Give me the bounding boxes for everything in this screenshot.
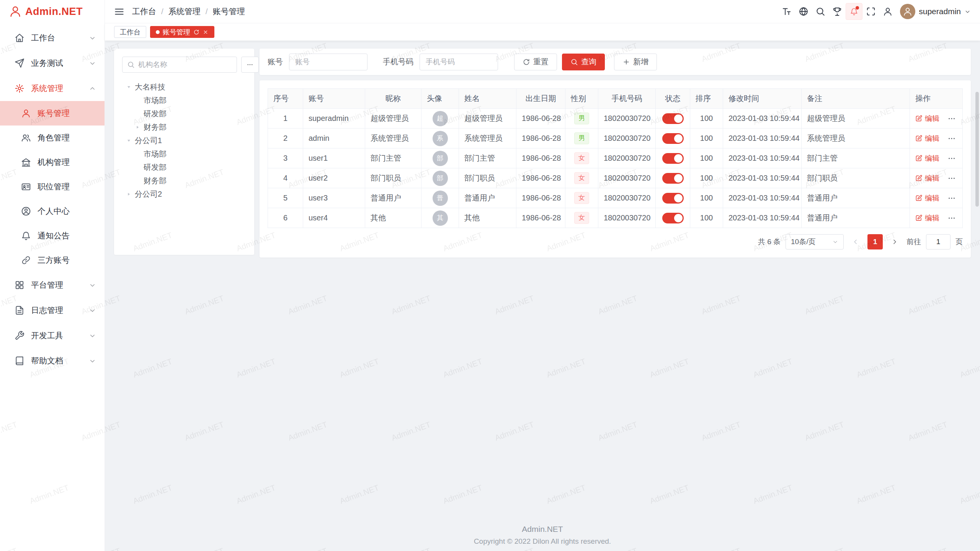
sidebar-item-position-management[interactable]: 职位管理 (0, 174, 105, 199)
refresh-icon[interactable] (193, 29, 199, 35)
language-button[interactable] (795, 3, 812, 20)
sidebar-item-third-party-account[interactable]: 三方账号 (0, 248, 105, 272)
edit-button[interactable]: 编辑 (915, 193, 939, 203)
tree-node[interactable]: 财务部 (122, 174, 246, 187)
sidebar-item-log-management[interactable]: 日志管理 (0, 298, 105, 323)
tree-node[interactable]: 分公司2 (122, 187, 246, 201)
cell-actions: 编辑 (910, 188, 963, 208)
close-icon[interactable] (203, 29, 209, 35)
tree-node[interactable]: 大名科技 (122, 80, 246, 94)
edit-button[interactable]: 编辑 (915, 173, 939, 183)
row-more-button[interactable] (947, 114, 956, 123)
plus-icon (622, 58, 630, 66)
menu-item-label: 个人中心 (38, 206, 89, 217)
sidebar-item-business-test[interactable]: 业务测试 (0, 51, 105, 76)
row-more-button[interactable] (947, 214, 956, 222)
fullscreen-button[interactable] (862, 3, 879, 20)
sidebar-item-role-management[interactable]: 角色管理 (0, 126, 105, 150)
sidebar-item-help-docs[interactable]: 帮助文档 (0, 348, 105, 373)
menu-item-icon (21, 133, 31, 143)
status-toggle[interactable] (662, 193, 684, 204)
page-size-select[interactable]: 10条/页 (786, 234, 844, 249)
chevron-icon (89, 357, 96, 365)
cell-remark: 普通用户 (802, 208, 910, 228)
sidebar-item-dev-tools[interactable]: 开发工具 (0, 323, 105, 348)
edit-button-label: 编辑 (925, 193, 939, 203)
cell-status (656, 208, 690, 228)
caret-icon[interactable] (124, 189, 134, 199)
font-size-button[interactable] (778, 3, 795, 20)
cell-avatar: 部 (421, 148, 459, 168)
prev-page-button[interactable] (849, 235, 862, 249)
caret-icon[interactable] (124, 82, 134, 92)
cell-actions: 编辑 (910, 168, 963, 188)
search-button[interactable] (812, 3, 829, 20)
caret-icon[interactable] (132, 122, 143, 132)
sidebar-item-system-management[interactable]: 系统管理 (0, 76, 105, 101)
hamburger-menu-icon[interactable] (114, 7, 124, 17)
next-page-button[interactable] (888, 235, 902, 249)
sidebar-item-notice[interactable]: 通知公告 (0, 223, 105, 248)
logo[interactable]: Admin.NET (0, 0, 105, 23)
account-input[interactable] (289, 54, 368, 70)
phone-input[interactable] (420, 54, 498, 70)
status-toggle[interactable] (662, 153, 684, 164)
user-button[interactable] (879, 3, 896, 20)
caret-icon[interactable] (124, 135, 134, 146)
cell-name: 部门职员 (459, 168, 516, 188)
tree-node[interactable]: 财务部 (122, 121, 246, 134)
page-number-button[interactable]: 1 (867, 234, 883, 249)
user-menu[interactable]: superadmin (900, 4, 971, 19)
goto-page-input[interactable] (926, 234, 951, 249)
cell-account: user1 (303, 148, 365, 168)
cell-sort: 100 (690, 109, 723, 129)
sidebar-item-org-management[interactable]: 机构管理 (0, 150, 105, 174)
right-column: 账号 手机号码 重置 查询 (260, 49, 971, 258)
reset-button[interactable]: 重置 (514, 54, 557, 70)
status-toggle[interactable] (662, 173, 684, 184)
sidebar-item-personal-center[interactable]: 个人中心 (0, 199, 105, 223)
scrollbar-thumb[interactable] (975, 92, 979, 207)
tree-node[interactable]: 研发部 (122, 161, 246, 174)
sidebar-item-platform-management[interactable]: 平台管理 (0, 272, 105, 298)
edit-button[interactable]: 编辑 (915, 213, 939, 223)
notification-button[interactable] (846, 3, 862, 20)
sidebar-item-workbench[interactable]: 工作台 (0, 25, 105, 51)
column-header: 序号 (268, 89, 303, 109)
menu-item-icon (15, 58, 24, 68)
edit-button-label: 编辑 (925, 114, 939, 124)
gender-badge: 女 (574, 212, 589, 223)
org-search-field (122, 57, 237, 73)
cell-avatar: 普 (421, 188, 459, 208)
add-button-label: 新增 (633, 57, 648, 67)
row-more-button[interactable] (947, 194, 956, 202)
cell-sort: 100 (690, 208, 723, 228)
row-more-button[interactable] (947, 134, 956, 143)
tab-workbench[interactable]: 工作台 (114, 26, 146, 38)
edit-button[interactable]: 编辑 (915, 153, 939, 163)
tree-node[interactable]: 研发部 (122, 107, 246, 121)
breadcrumb-item[interactable]: 工作台 / (132, 6, 168, 17)
tree-node[interactable]: 分公司1 (122, 134, 246, 147)
row-more-button[interactable] (947, 174, 956, 183)
query-button[interactable]: 查询 (562, 54, 605, 70)
cell-name: 普通用户 (459, 188, 516, 208)
row-more-button[interactable] (947, 154, 956, 163)
status-toggle[interactable] (662, 133, 684, 144)
breadcrumb-item[interactable]: 账号管理 / (213, 6, 245, 17)
users-table: 序号账号昵称头像姓名出生日期性别手机号码状态排序修改时间备注操作 1 super… (268, 88, 963, 228)
tab-account-management[interactable]: 账号管理 (150, 26, 214, 38)
status-toggle[interactable] (662, 213, 684, 223)
edit-button[interactable]: 编辑 (915, 134, 939, 143)
tree-node[interactable]: 市场部 (122, 94, 246, 107)
tree-node[interactable]: 市场部 (122, 147, 246, 161)
cell-index: 2 (268, 129, 303, 148)
breadcrumb-item[interactable]: 系统管理 / (168, 6, 213, 17)
status-toggle[interactable] (662, 113, 684, 124)
tree-more-button[interactable] (241, 57, 259, 73)
trophy-button[interactable] (829, 3, 846, 20)
add-button[interactable]: 新增 (614, 54, 657, 70)
sidebar-item-account-management[interactable]: 账号管理 (0, 101, 105, 126)
org-search-input[interactable] (138, 60, 232, 69)
edit-button[interactable]: 编辑 (915, 114, 939, 124)
